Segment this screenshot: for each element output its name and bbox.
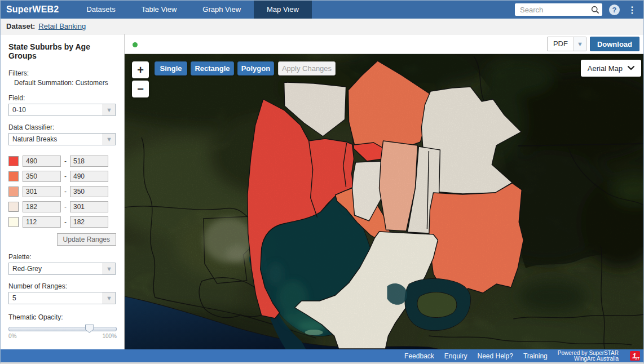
opacity-slider-thumb[interactable] [85,325,94,333]
range-to-input[interactable] [70,216,108,228]
status-dot [133,42,138,47]
select-rectangle-button[interactable]: Rectangle [191,61,234,76]
range-to-input[interactable] [70,171,108,182]
legend-range-row: - [8,201,117,212]
tab-table-view[interactable]: Table View [129,1,190,19]
range-from-input[interactable] [23,216,61,228]
map-canvas[interactable] [125,54,643,349]
map-toolbar: PDF ▼ Download [125,34,643,54]
search-input[interactable] [515,3,602,16]
default-summation: Default Summation: Customers [14,79,117,87]
opacity-min: 0% [8,333,16,339]
zoom-out-button[interactable]: − [132,81,149,97]
legend-range-row: - [8,156,117,167]
legend-range-row: - [8,216,117,228]
global-noise [125,54,643,349]
update-ranges-button[interactable]: Update Ranges [57,233,116,246]
legend-swatch [8,156,19,166]
field-label: Field: [8,94,117,102]
search-icon[interactable] [591,6,599,14]
range-from-input[interactable] [23,186,61,197]
chevron-down-icon: ▼ [103,292,115,304]
superweb2-window: SuperWEB2 Datasets Table View Graph View… [0,0,644,364]
tab-map-view[interactable]: Map View [254,1,312,19]
download-button[interactable]: Download [590,37,639,51]
tab-datasets[interactable]: Datasets [73,1,128,19]
select-polygon-button[interactable]: Polygon [237,61,274,76]
num-ranges-label: Number of Ranges: [8,282,117,290]
classifier-select[interactable]: Natural Breaks ▼ [8,133,116,145]
footer-link-need-help[interactable]: Need Help? [478,352,513,360]
footer-link-enquiry[interactable]: Enquiry [444,352,467,360]
overflow-menu-icon[interactable]: ⋮ [627,5,638,15]
chevron-down-icon [628,66,634,70]
legend-range-row: - [8,186,117,197]
legend-swatch [8,217,19,227]
powered-by: Powered by SuperSTAR WingArc Australia [558,350,619,362]
legend-swatch [8,202,19,212]
export-format-select[interactable]: PDF ▼ [547,37,586,51]
filters-label: Filters: [8,69,117,77]
opacity-label: Thematic Opacity: [8,313,117,321]
dataset-label: Dataset: [6,22,35,30]
range-to-input[interactable] [70,186,108,197]
legend-range-row: - [8,171,117,182]
opacity-max: 100% [102,333,117,339]
range-to-input[interactable] [70,156,108,167]
opacity-slider[interactable] [8,327,117,331]
chevron-down-icon: ▼ [103,263,115,274]
select-single-button[interactable]: Single [155,61,187,76]
chevron-down-icon: ▼ [103,134,115,145]
range-from-input[interactable] [23,156,61,167]
legend-ranges: - - - - [8,156,117,246]
basemap-select[interactable]: Aerial Map [581,60,641,77]
chevron-down-icon: ▼ [574,37,586,51]
tab-graph-view[interactable]: Graph View [189,1,254,19]
map-options-panel: State Suburbs by Age Groups Filters: Def… [1,34,125,349]
top-nav: SuperWEB2 Datasets Table View Graph View… [1,1,643,19]
footer-link-training[interactable]: Training [523,352,548,360]
field-select[interactable]: 0-10 ▼ [8,104,116,116]
num-ranges-select[interactable]: 5 ▼ [8,292,116,304]
range-to-input[interactable] [70,201,108,212]
footer-bar: Feedback Enquiry Need Help? Training Pow… [1,349,643,362]
palette-label: Palette: [8,253,117,261]
map-view: + − Single Rectangle Polygon Apply Chang… [125,54,643,349]
legend-swatch [8,187,19,197]
classifier-label: Data Classifier: [8,123,117,131]
apply-changes-button[interactable]: Apply Changes [278,61,336,76]
help-icon[interactable]: ? [609,5,620,15]
dataset-bar: Dataset: Retail Banking [1,19,643,34]
panel-title: State Suburbs by Age Groups [8,42,117,60]
range-from-input[interactable] [23,201,61,212]
superstar-logo: 1ST [630,351,640,361]
footer-link-feedback[interactable]: Feedback [404,352,434,360]
legend-swatch [8,171,19,181]
dataset-link[interactable]: Retail Banking [38,22,86,30]
search-box [515,3,602,16]
range-from-input[interactable] [23,171,61,182]
palette-select[interactable]: Red-Grey ▼ [8,263,116,275]
chevron-down-icon: ▼ [103,104,115,116]
zoom-in-button[interactable]: + [132,61,149,78]
app-brand: SuperWEB2 [1,1,73,19]
